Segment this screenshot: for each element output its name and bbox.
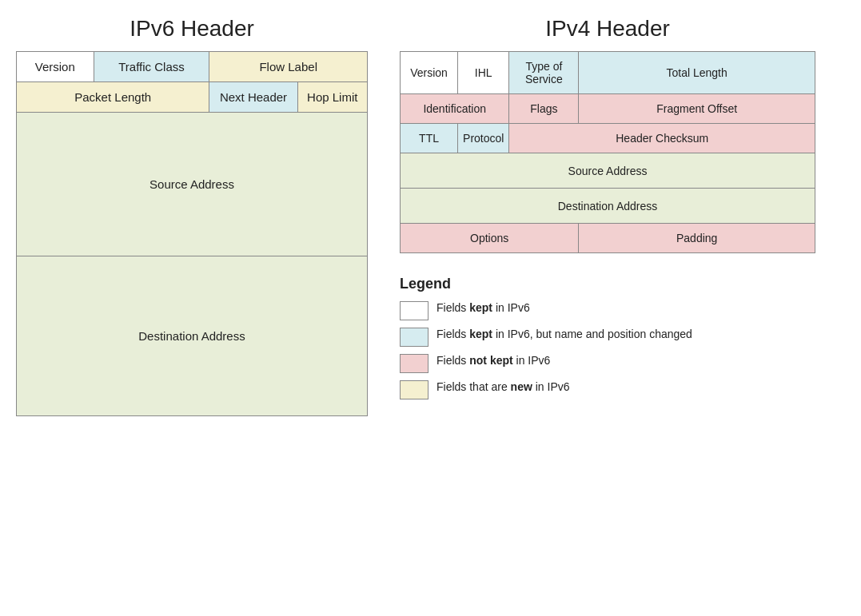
ipv4-padding: Padding [579, 224, 815, 253]
legend-box-pink [400, 354, 429, 373]
legend-section: Legend Fields kept in IPv6 Fields kept i… [400, 276, 815, 399]
ipv6-hop-limit: Hop Limit [297, 82, 367, 112]
ipv4-row5: Options Padding [401, 224, 815, 253]
legend-item-pink: Fields not kept in IPv6 [400, 353, 815, 373]
ipv4-row3: TTL Protocol Header Checksum [401, 124, 815, 153]
ipv4-dest-row: Destination Address [401, 189, 815, 224]
ipv6-title: IPv6 Header [16, 16, 368, 42]
ipv6-source-address: Source Address [17, 113, 368, 256]
ipv4-ihl: IHL [458, 52, 509, 94]
ipv4-row1: Version IHL Type of Service Total Length [401, 52, 815, 94]
ipv6-row1: Version Traffic Class Flow Label [17, 52, 368, 82]
ipv4-ttl: TTL [401, 124, 458, 153]
ipv4-header-checksum: Header Checksum [509, 124, 815, 153]
ipv6-source-row: Source Address [17, 113, 368, 256]
ipv6-row2: Packet Length Next Header Hop Limit [17, 82, 368, 113]
ipv4-flags: Flags [509, 94, 579, 124]
ipv4-title: IPv4 Header [400, 16, 815, 42]
ipv6-version: Version [17, 52, 94, 82]
legend-text-yellow: Fields that are new in IPv6 [436, 380, 570, 395]
ipv6-table: Version Traffic Class Flow Label Packet … [16, 51, 368, 416]
ipv4-destination-address: Destination Address [401, 189, 815, 224]
legend-item-blue: Fields kept in IPv6, but name and positi… [400, 327, 815, 347]
legend-text-blue: Fields kept in IPv6, but name and positi… [436, 327, 692, 343]
ipv4-tos: Type of Service [509, 52, 579, 94]
ipv6-destination-address: Destination Address [17, 256, 368, 416]
ipv4-fragment-offset: Fragment Offset [579, 94, 815, 124]
legend-box-white [400, 301, 429, 320]
ipv4-table: Version IHL Type of Service Total Length… [400, 51, 815, 253]
ipv4-section: IPv4 Header Version IHL Type of Service … [400, 16, 815, 253]
legend-box-blue [400, 328, 429, 347]
legend-text-white: Fields kept in IPv6 [436, 300, 530, 316]
ipv4-legend-container: IPv4 Header Version IHL Type of Service … [400, 16, 815, 399]
legend-item-yellow: Fields that are new in IPv6 [400, 380, 815, 399]
ipv4-total-length: Total Length [579, 52, 815, 94]
ipv4-row2: Identification Flags Fragment Offset [401, 94, 815, 124]
ipv6-nexthop-sub: Next Header Hop Limit [209, 82, 367, 112]
ipv6-dest-row: Destination Address [17, 256, 368, 416]
ipv6-flow-label: Flow Label [209, 52, 368, 82]
legend-title: Legend [400, 276, 815, 292]
ipv6-next-header: Next Header [209, 82, 297, 112]
ipv4-protocol: Protocol [458, 124, 509, 153]
ipv4-options: Options [401, 224, 579, 253]
legend-items: Fields kept in IPv6 Fields kept in IPv6,… [400, 300, 815, 399]
legend-box-yellow [400, 380, 429, 399]
ipv4-version: Version [401, 52, 458, 94]
legend-text-pink: Fields not kept in IPv6 [436, 353, 550, 369]
ipv4-identification: Identification [401, 94, 509, 124]
ipv6-section: IPv6 Header Version Traffic Class Flow L… [16, 16, 368, 416]
main-container: IPv6 Header Version Traffic Class Flow L… [16, 16, 845, 416]
ipv4-source-row: Source Address [401, 153, 815, 189]
legend-item-white: Fields kept in IPv6 [400, 300, 815, 320]
ipv4-source-address: Source Address [401, 153, 815, 189]
ipv6-packet-length: Packet Length [17, 82, 209, 113]
ipv6-traffic-class: Traffic Class [94, 52, 209, 82]
